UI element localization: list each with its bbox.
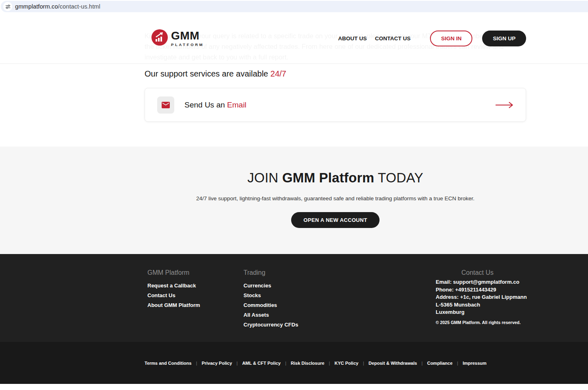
mail-icon — [161, 100, 171, 110]
gmm-logo[interactable]: GMM PLATFORM — [151, 29, 204, 47]
header-zone: Kindly note that if your query is relate… — [0, 13, 588, 64]
footer-links: Request a CallbackContact UsAbout GMM Pl… — [147, 281, 200, 310]
arrow-right-icon — [495, 101, 513, 109]
open-account-button[interactable]: OPEN A NEW ACCOUNT — [291, 212, 379, 228]
footer-link[interactable]: All Assets — [244, 310, 298, 320]
send-email-card[interactable]: Send Us an Email — [145, 88, 526, 122]
join-title-post: TODAY — [374, 170, 423, 185]
footer-contact-lines: Email: support@gmmplatform.coPhone: +491… — [436, 278, 519, 316]
legal-link[interactable]: KYC Policy — [325, 361, 359, 366]
nav-item[interactable]: CONTACT US — [375, 35, 411, 42]
footer-column-trading: Trading CurrenciesStocksCommoditiesAll A… — [244, 269, 298, 330]
send-email-label: Send Us an Email — [184, 101, 246, 110]
footer-contact-line: L-5365 Munsbach — [436, 301, 519, 309]
main-nav: ABOUT USCONTACT US SIGN IN SIGN UP — [338, 31, 526, 46]
join-cta-section: JOIN GMM Platform TODAY 24/7 live suppor… — [0, 147, 588, 254]
support-text: Our support services are available — [145, 69, 270, 78]
footer-link[interactable]: Contact Us — [147, 291, 200, 300]
support-availability-text: Our support services are available 24/7 — [145, 69, 526, 79]
logo-wordmark: GMM — [171, 30, 204, 42]
legal-link[interactable]: Risk Disclosure — [281, 361, 324, 366]
sign-in-button[interactable]: SIGN IN — [430, 31, 472, 46]
legal-link[interactable]: Impressum — [452, 361, 487, 366]
footer-contact-line: Email: support@gmmplatform.co — [436, 278, 519, 286]
sign-up-button[interactable]: SIGN UP — [482, 31, 526, 46]
legal-bar: Terms and ConditionsPrivacy PolicyAML & … — [0, 342, 588, 384]
footer-contact-line: Phone: +4915211443429 — [436, 286, 519, 294]
legal-links: Terms and ConditionsPrivacy PolicyAML & … — [145, 361, 487, 366]
footer-link[interactable]: About GMM Platform — [147, 300, 200, 310]
copyright-notice: © 2025 GMM Platform. All rights reserved… — [436, 320, 519, 325]
mail-icon-badge — [157, 96, 174, 114]
legal-link[interactable]: Terms and Conditions — [145, 361, 191, 366]
address-bar[interactable]: gmmplatform.co/contact-us.html — [1, 1, 588, 12]
join-subtitle: 24/7 live support, lightning-fast withdr… — [145, 195, 526, 202]
join-title-brand: GMM Platform — [282, 170, 374, 185]
footer-link[interactable]: Stocks — [244, 291, 298, 300]
logo-text: GMM PLATFORM — [171, 30, 204, 47]
legal-link[interactable]: AML & CFT Policy — [232, 361, 281, 366]
support-247-highlight: 24/7 — [270, 69, 286, 78]
join-title-pre: JOIN — [248, 170, 282, 185]
footer-column-contact: Contact Us Email: support@gmmplatform.co… — [436, 269, 519, 325]
gmm-logo-icon — [151, 29, 168, 47]
footer-contact-line: Address: +1c, rue Gabriel Lippmann — [436, 294, 519, 301]
footer: GMM Platform Request a CallbackContact U… — [0, 254, 588, 342]
legal-link[interactable]: Privacy Policy — [191, 361, 232, 366]
join-title: JOIN GMM Platform TODAY — [145, 170, 526, 186]
footer-link[interactable]: Request a Callback — [147, 281, 200, 291]
send-email-highlight: Email — [227, 101, 247, 109]
send-email-prefix: Send Us an — [184, 101, 227, 109]
footer-heading: GMM Platform — [147, 269, 200, 276]
footer-column-gmm-platform: GMM Platform Request a CallbackContact U… — [147, 269, 200, 310]
footer-contact-line: Luxemburg — [436, 309, 519, 316]
logo-tagline: PLATFORM — [171, 43, 204, 47]
url-path: /contact-us.html — [58, 3, 100, 10]
url-text[interactable]: gmmplatform.co/contact-us.html — [15, 3, 100, 10]
footer-link[interactable]: Currencies — [244, 281, 298, 291]
footer-link[interactable]: Commodities — [244, 300, 298, 310]
site-header: GMM PLATFORM ABOUT USCONTACT US SIGN IN … — [0, 13, 588, 64]
site-settings-icon[interactable] — [3, 2, 12, 11]
browser-bar: gmmplatform.co/contact-us.html — [0, 0, 588, 13]
nav-item[interactable]: ABOUT US — [338, 35, 367, 42]
url-domain: gmmplatform.co — [15, 3, 58, 10]
footer-heading: Trading — [244, 269, 298, 276]
legal-link[interactable]: Compliance — [417, 361, 452, 366]
nav-links: ABOUT USCONTACT US — [338, 35, 410, 42]
footer-heading: Contact Us — [436, 269, 519, 276]
footer-link[interactable]: Cryptocurrency CFDs — [244, 320, 298, 330]
footer-links: CurrenciesStocksCommoditiesAll AssetsCry… — [244, 281, 298, 330]
legal-link[interactable]: Deposit & Withdrawals — [358, 361, 417, 366]
